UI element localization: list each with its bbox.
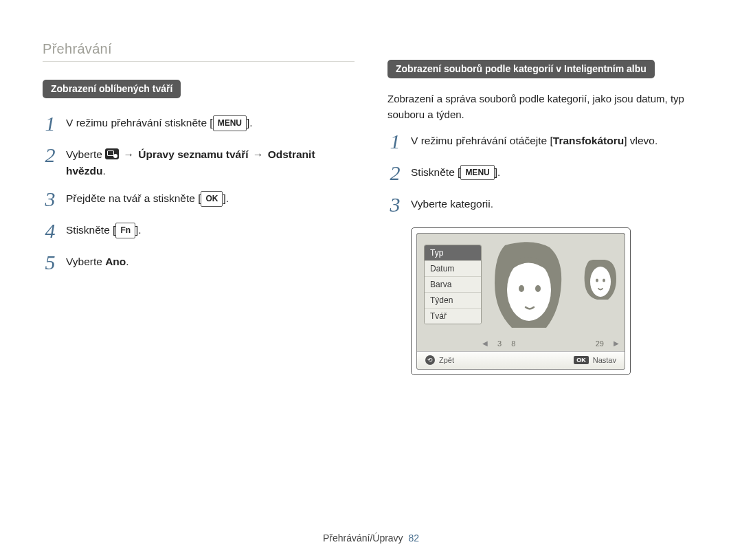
step-text: Vyberte Ano. xyxy=(66,254,129,270)
svg-point-4 xyxy=(596,278,598,282)
step: 1V režimu přehrávání stiskněte [MENU]. xyxy=(43,115,355,135)
chevron-right-icon: ▶ xyxy=(614,339,619,347)
step-number: 2 xyxy=(43,145,58,166)
page-number: 82 xyxy=(409,533,420,544)
footer-label: Přehrávání/Úpravy xyxy=(323,533,403,544)
step-text: Stiskněte [Fn]. xyxy=(66,222,142,238)
face-illustration-large xyxy=(491,242,567,331)
thumbnail-strip: ◀ 3 8 29 ▶ xyxy=(482,337,619,350)
step: 3Přejděte na tvář a stiskněte [OK]. xyxy=(43,190,355,211)
step-number: 5 xyxy=(43,252,58,273)
svg-point-2 xyxy=(535,285,541,292)
step-number: 4 xyxy=(43,221,58,241)
step-number: 1 xyxy=(387,131,403,152)
back-icon[interactable]: ⟲ xyxy=(425,355,435,365)
set-label: Nastav xyxy=(593,356,616,364)
face-illustration-small xyxy=(583,260,618,301)
back-label: Zpět xyxy=(439,356,454,364)
step: 2Vyberte → Úpravy seznamu tváří → Odstra… xyxy=(43,146,355,179)
left-column: Přehrávání Zobrazení oblíbených tváří 1V… xyxy=(43,41,355,375)
step-text: Vyberte kategorii. xyxy=(411,196,493,212)
right-column: Zobrazení souborů podle kategorií v Inte… xyxy=(387,41,699,375)
step-text: V režimu přehrávání stiskněte [MENU]. xyxy=(66,115,253,131)
category-menu[interactable]: TypDatumBarvaTýdenTvář xyxy=(424,245,482,324)
svg-point-1 xyxy=(519,285,524,292)
lcd: TypDatumBarvaTýdenTvář ◀ 3 8 29 ▶ ⟲ Zpět… xyxy=(416,233,625,370)
step-text: V režimu přehrávání otáčejte [Transfokát… xyxy=(411,133,657,149)
step-number: 3 xyxy=(387,194,403,215)
svg-point-3 xyxy=(590,267,611,297)
strip-num: 8 xyxy=(511,339,515,348)
category-menu-item[interactable]: Barva xyxy=(425,277,481,293)
left-heading-pill: Zobrazení oblíbených tváří xyxy=(43,80,181,98)
playback-settings-icon xyxy=(105,148,119,159)
step: 1V režimu přehrávání otáčejte [Transfoká… xyxy=(387,133,699,153)
chevron-left-icon: ◀ xyxy=(482,339,488,347)
page: Přehrávání Zobrazení oblíbených tváří 1V… xyxy=(0,0,742,375)
key-menu: MENU xyxy=(213,115,247,131)
step-text: Přejděte na tvář a stiskněte [OK]. xyxy=(66,190,229,207)
page-title: Přehrávání xyxy=(43,41,355,62)
step: 3Vyberte kategorii. xyxy=(387,196,699,216)
strip-num: 3 xyxy=(497,339,502,348)
right-heading-pill: Zobrazení souborů podle kategorií v Inte… xyxy=(387,60,655,78)
step-text: Vyberte → Úpravy seznamu tváří → Odstran… xyxy=(66,146,355,179)
step: 5Vyberte Ano. xyxy=(43,254,355,274)
category-menu-item[interactable]: Datum xyxy=(425,261,481,277)
key-fn: Fn xyxy=(115,223,135,238)
step-number: 1 xyxy=(43,113,58,134)
bottom-bar: ⟲ Zpět OK Nastav xyxy=(417,351,625,369)
footer: Přehrávání/Úpravy 82 xyxy=(0,533,742,544)
svg-point-5 xyxy=(603,278,605,282)
step: 4Stiskněte [Fn]. xyxy=(43,222,355,243)
category-menu-item[interactable]: Typ xyxy=(425,245,481,261)
left-steps: 1V režimu přehrávání stiskněte [MENU].2V… xyxy=(43,115,355,274)
right-intro: Zobrazení a správa souborů podle kategor… xyxy=(387,91,699,123)
category-menu-item[interactable]: Týden xyxy=(425,293,481,309)
camera-screenshot: TypDatumBarvaTýdenTvář ◀ 3 8 29 ▶ ⟲ Zpět… xyxy=(411,227,631,375)
key-menu: MENU xyxy=(460,165,494,181)
key-ok: OK xyxy=(201,191,223,207)
category-menu-item[interactable]: Tvář xyxy=(425,309,481,324)
step-number: 3 xyxy=(43,189,58,210)
step-number: 2 xyxy=(387,163,403,183)
step-text: Stiskněte [MENU]. xyxy=(411,164,500,181)
step: 2Stiskněte [MENU]. xyxy=(387,164,699,185)
ok-icon[interactable]: OK xyxy=(574,356,589,364)
strip-num: 29 xyxy=(596,339,604,348)
right-steps: 1V režimu přehrávání otáčejte [Transfoká… xyxy=(387,133,699,216)
